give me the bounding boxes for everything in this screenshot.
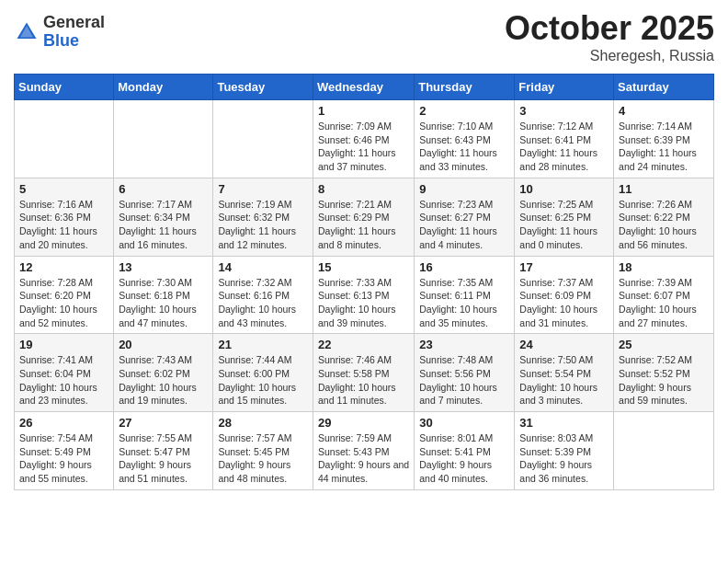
calendar-cell: 25Sunrise: 7:52 AMSunset: 5:52 PMDayligh…	[614, 334, 714, 412]
col-sunday: Sunday	[15, 75, 114, 100]
day-info: Sunrise: 7:30 AMSunset: 6:18 PMDaylight:…	[119, 276, 208, 330]
day-number: 8	[318, 182, 409, 196]
sunrise-text: Sunrise: 7:19 AM	[218, 199, 291, 210]
daylight-text: Daylight: 9 hours and 59 minutes.	[619, 382, 691, 407]
day-info: Sunrise: 7:19 AMSunset: 6:32 PMDaylight:…	[218, 198, 308, 252]
col-saturday: Saturday	[614, 75, 714, 100]
month-title: October 2025	[505, 9, 714, 48]
calendar-cell: 9Sunrise: 7:23 AMSunset: 6:27 PMDaylight…	[415, 178, 515, 256]
calendar-cell: 22Sunrise: 7:46 AMSunset: 5:58 PMDayligh…	[313, 334, 414, 412]
sunset-text: Sunset: 5:47 PM	[119, 446, 190, 457]
day-info: Sunrise: 7:25 AMSunset: 6:25 PMDaylight:…	[519, 198, 609, 252]
calendar-header-row: Sunday Monday Tuesday Wednesday Thursday…	[15, 75, 714, 100]
logo-general-text: General	[43, 14, 105, 32]
day-info: Sunrise: 7:28 AMSunset: 6:20 PMDaylight:…	[19, 276, 108, 330]
calendar-cell: 12Sunrise: 7:28 AMSunset: 6:20 PMDayligh…	[15, 256, 114, 334]
calendar-cell: 23Sunrise: 7:48 AMSunset: 5:56 PMDayligh…	[415, 334, 515, 412]
daylight-text: Daylight: 9 hours and 51 minutes.	[119, 459, 191, 484]
sunrise-text: Sunrise: 7:54 AM	[19, 432, 93, 443]
day-number: 16	[419, 260, 509, 274]
daylight-text: Daylight: 10 hours and 35 minutes.	[419, 304, 497, 328]
day-info: Sunrise: 7:32 AMSunset: 6:16 PMDaylight:…	[218, 276, 308, 330]
daylight-text: Daylight: 11 hours and 4 minutes.	[419, 225, 497, 250]
day-info: Sunrise: 7:16 AMSunset: 6:36 PMDaylight:…	[19, 198, 108, 252]
calendar-cell: 5Sunrise: 7:16 AMSunset: 6:36 PMDaylight…	[15, 178, 114, 256]
day-info: Sunrise: 7:44 AMSunset: 6:00 PMDaylight:…	[218, 353, 308, 408]
day-info: Sunrise: 7:37 AMSunset: 6:09 PMDaylight:…	[519, 276, 609, 330]
sunset-text: Sunset: 6:43 PM	[419, 134, 491, 145]
daylight-text: Daylight: 9 hours and 36 minutes.	[519, 459, 592, 484]
day-info: Sunrise: 7:48 AMSunset: 5:56 PMDaylight:…	[419, 353, 509, 408]
sunset-text: Sunset: 5:43 PM	[318, 446, 390, 457]
sunset-text: Sunset: 5:52 PM	[619, 368, 690, 379]
day-info: Sunrise: 7:14 AMSunset: 6:39 PMDaylight:…	[619, 120, 709, 174]
calendar-cell: 20Sunrise: 7:43 AMSunset: 6:02 PMDayligh…	[114, 334, 213, 412]
sunrise-text: Sunrise: 7:16 AM	[19, 199, 93, 210]
sunset-text: Sunset: 6:20 PM	[19, 290, 91, 301]
sunrise-text: Sunrise: 7:39 AM	[619, 277, 692, 288]
sunrise-text: Sunrise: 7:43 AM	[119, 354, 192, 365]
sunrise-text: Sunrise: 7:55 AM	[119, 432, 192, 443]
day-info: Sunrise: 7:39 AMSunset: 6:07 PMDaylight:…	[619, 276, 709, 330]
header: General Blue October 2025 Sheregesh, Rus…	[14, 9, 714, 64]
daylight-text: Daylight: 10 hours and 31 minutes.	[519, 304, 597, 328]
sunset-text: Sunset: 6:39 PM	[619, 134, 690, 145]
sunset-text: Sunset: 6:41 PM	[519, 134, 591, 145]
daylight-text: Daylight: 9 hours and 55 minutes.	[19, 459, 92, 484]
col-tuesday: Tuesday	[213, 75, 313, 100]
calendar-cell: 8Sunrise: 7:21 AMSunset: 6:29 PMDaylight…	[313, 178, 414, 256]
sunset-text: Sunset: 6:29 PM	[318, 212, 390, 223]
day-info: Sunrise: 7:59 AMSunset: 5:43 PMDaylight:…	[318, 431, 409, 486]
calendar-cell: 1Sunrise: 7:09 AMSunset: 6:46 PMDaylight…	[313, 100, 414, 178]
calendar-week-row: 1Sunrise: 7:09 AMSunset: 6:46 PMDaylight…	[15, 100, 714, 178]
calendar-cell: 18Sunrise: 7:39 AMSunset: 6:07 PMDayligh…	[614, 256, 714, 334]
sunrise-text: Sunrise: 7:28 AM	[19, 277, 93, 288]
day-number: 7	[218, 182, 308, 196]
sunrise-text: Sunrise: 7:46 AM	[318, 354, 392, 365]
day-number: 28	[218, 416, 308, 430]
sunset-text: Sunset: 6:46 PM	[318, 134, 390, 145]
daylight-text: Daylight: 9 hours and 44 minutes.	[318, 459, 409, 484]
calendar-cell	[114, 100, 213, 178]
calendar-cell: 10Sunrise: 7:25 AMSunset: 6:25 PMDayligh…	[515, 178, 614, 256]
sunset-text: Sunset: 6:32 PM	[218, 212, 290, 223]
sunset-text: Sunset: 6:07 PM	[619, 290, 690, 301]
sunrise-text: Sunrise: 7:21 AM	[318, 199, 392, 210]
sunset-text: Sunset: 6:25 PM	[519, 212, 591, 223]
day-number: 1	[318, 104, 409, 118]
daylight-text: Daylight: 11 hours and 12 minutes.	[218, 225, 296, 250]
day-number: 12	[19, 260, 108, 274]
daylight-text: Daylight: 10 hours and 52 minutes.	[19, 304, 97, 328]
day-number: 14	[218, 260, 308, 274]
sunset-text: Sunset: 6:18 PM	[119, 290, 190, 301]
calendar-week-row: 26Sunrise: 7:54 AMSunset: 5:49 PMDayligh…	[15, 412, 714, 490]
daylight-text: Daylight: 10 hours and 43 minutes.	[218, 304, 296, 328]
day-info: Sunrise: 7:46 AMSunset: 5:58 PMDaylight:…	[318, 353, 409, 408]
calendar-cell: 14Sunrise: 7:32 AMSunset: 6:16 PMDayligh…	[213, 256, 313, 334]
sunrise-text: Sunrise: 7:10 AM	[419, 121, 493, 132]
sunset-text: Sunset: 5:49 PM	[19, 446, 91, 457]
calendar-cell: 3Sunrise: 7:12 AMSunset: 6:41 PMDaylight…	[515, 100, 614, 178]
calendar-cell: 29Sunrise: 7:59 AMSunset: 5:43 PMDayligh…	[313, 412, 414, 490]
day-number: 27	[119, 416, 208, 430]
calendar: Sunday Monday Tuesday Wednesday Thursday…	[14, 74, 714, 490]
daylight-text: Daylight: 10 hours and 3 minutes.	[519, 382, 597, 407]
sunrise-text: Sunrise: 7:30 AM	[119, 277, 192, 288]
sunset-text: Sunset: 6:02 PM	[119, 368, 190, 379]
day-number: 26	[19, 416, 108, 430]
daylight-text: Daylight: 11 hours and 28 minutes.	[519, 147, 597, 172]
day-number: 10	[519, 182, 609, 196]
sunset-text: Sunset: 6:27 PM	[419, 212, 491, 223]
day-number: 30	[419, 416, 509, 430]
daylight-text: Daylight: 11 hours and 37 minutes.	[318, 147, 396, 172]
daylight-text: Daylight: 9 hours and 48 minutes.	[218, 459, 290, 484]
daylight-text: Daylight: 10 hours and 19 minutes.	[119, 382, 197, 407]
logo-icon	[14, 19, 40, 45]
day-number: 21	[218, 338, 308, 351]
day-number: 22	[318, 338, 409, 351]
sunrise-text: Sunrise: 7:17 AM	[119, 199, 192, 210]
sunrise-text: Sunrise: 7:25 AM	[519, 199, 593, 210]
location-title: Sheregesh, Russia	[505, 48, 714, 64]
daylight-text: Daylight: 10 hours and 15 minutes.	[218, 382, 296, 407]
sunset-text: Sunset: 6:16 PM	[218, 290, 290, 301]
